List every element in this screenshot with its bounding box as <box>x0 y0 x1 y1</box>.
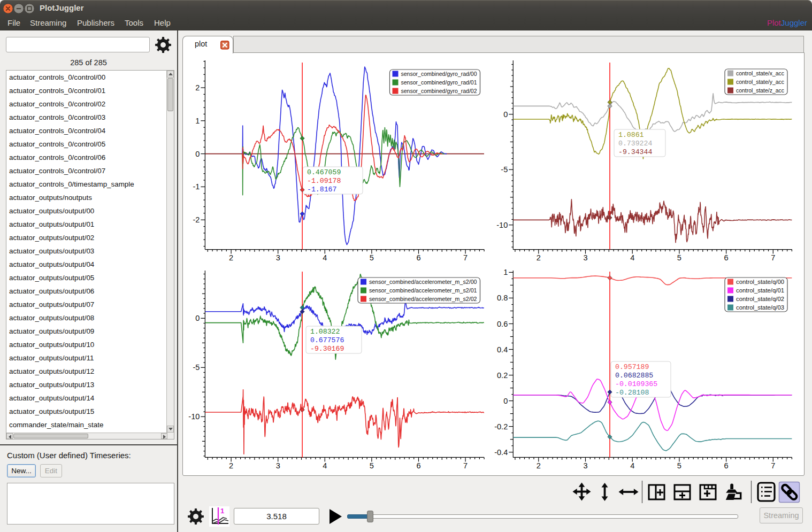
svg-text:5: 5 <box>677 461 681 470</box>
svg-text:6: 6 <box>416 461 420 470</box>
svg-text:6: 6 <box>416 253 420 262</box>
svg-text:0.677576: 0.677576 <box>310 336 344 344</box>
svg-text:sensor_combined/accelerometer_: sensor_combined/accelerometer_m_s2/00 <box>369 278 477 285</box>
svg-text:4: 4 <box>630 461 634 470</box>
svg-text:0: 0 <box>195 314 200 322</box>
svg-text:-9.30169: -9.30169 <box>310 345 344 353</box>
svg-text:2: 2 <box>195 83 200 92</box>
svg-text:0.4: 0.4 <box>497 345 508 354</box>
svg-text:7: 7 <box>771 253 775 262</box>
svg-text:4: 4 <box>323 253 327 262</box>
svg-text:0.2: 0.2 <box>497 371 508 380</box>
svg-text:3: 3 <box>583 461 587 470</box>
svg-text:0.6: 0.6 <box>497 320 508 328</box>
svg-text:sensor_combined/accelerometer_: sensor_combined/accelerometer_m_s2/01 <box>369 287 477 294</box>
svg-text:0: 0 <box>195 150 200 158</box>
svg-text:4: 4 <box>323 461 327 470</box>
svg-text:-10: -10 <box>496 221 508 229</box>
svg-text:2: 2 <box>537 461 541 470</box>
svg-text:1.08322: 1.08322 <box>310 328 340 336</box>
svg-text:sensor_combined/gyro_rad/01: sensor_combined/gyro_rad/01 <box>401 79 477 86</box>
svg-text:-0.28108: -0.28108 <box>615 389 649 397</box>
svg-text:sensor_combined/gyro_rad/00: sensor_combined/gyro_rad/00 <box>401 70 477 77</box>
svg-text:0: 0 <box>503 110 508 119</box>
svg-text:2: 2 <box>229 461 233 470</box>
svg-text:7: 7 <box>463 253 468 262</box>
svg-text:6: 6 <box>724 461 729 470</box>
svg-text:5: 5 <box>370 461 374 470</box>
svg-text:control_state/q/01: control_state/q/01 <box>736 287 784 294</box>
svg-text:1.0861: 1.0861 <box>618 131 644 139</box>
svg-text:7: 7 <box>463 461 468 470</box>
svg-text:3: 3 <box>276 461 280 470</box>
svg-text:sensor_combined/gyro_rad/02: sensor_combined/gyro_rad/02 <box>401 87 477 94</box>
svg-text:-2: -2 <box>193 215 200 224</box>
svg-text:control_state/x_acc: control_state/x_acc <box>736 70 784 76</box>
svg-text:control_state/y_acc: control_state/y_acc <box>736 78 784 85</box>
svg-text:control_state/q/03: control_state/q/03 <box>736 304 784 311</box>
svg-text:control_state/q/02: control_state/q/02 <box>736 295 784 302</box>
svg-text:5: 5 <box>677 253 681 262</box>
svg-text:0.467059: 0.467059 <box>307 168 341 176</box>
svg-text:control_state/q/00: control_state/q/00 <box>736 278 784 285</box>
svg-text:control_state/z_acc: control_state/z_acc <box>736 87 784 94</box>
svg-text:0: 0 <box>503 397 508 405</box>
svg-text:0.957189: 0.957189 <box>615 363 649 371</box>
svg-text:2: 2 <box>537 253 541 262</box>
svg-text:-0.2: -0.2 <box>494 422 508 431</box>
svg-text:-1: -1 <box>193 182 200 191</box>
svg-text:3: 3 <box>583 253 587 262</box>
svg-text:1: 1 <box>220 507 224 515</box>
svg-text:-1.09178: -1.09178 <box>307 177 341 185</box>
svg-text:4: 4 <box>630 253 634 262</box>
svg-text:-9.34344: -9.34344 <box>618 148 652 156</box>
svg-text:0.739224: 0.739224 <box>618 140 652 148</box>
svg-text:6: 6 <box>724 253 729 262</box>
svg-text:2: 2 <box>229 253 233 262</box>
svg-text:0.8: 0.8 <box>497 294 508 302</box>
svg-text:-10: -10 <box>188 412 200 421</box>
svg-text:5: 5 <box>370 253 374 262</box>
svg-text:sensor_combined/accelerometer_: sensor_combined/accelerometer_m_s2/02 <box>369 295 477 302</box>
svg-text:3: 3 <box>276 253 280 262</box>
svg-text:7: 7 <box>771 461 775 470</box>
svg-text:-0.0109365: -0.0109365 <box>615 380 657 388</box>
svg-text:-0.4: -0.4 <box>494 448 508 457</box>
svg-text:-5: -5 <box>193 363 200 372</box>
svg-text:1: 1 <box>503 268 508 276</box>
svg-text:-5: -5 <box>501 165 508 174</box>
svg-text:0.0682885: 0.0682885 <box>615 372 653 380</box>
svg-text:1: 1 <box>195 117 200 125</box>
svg-text:-1.8167: -1.8167 <box>307 186 336 194</box>
